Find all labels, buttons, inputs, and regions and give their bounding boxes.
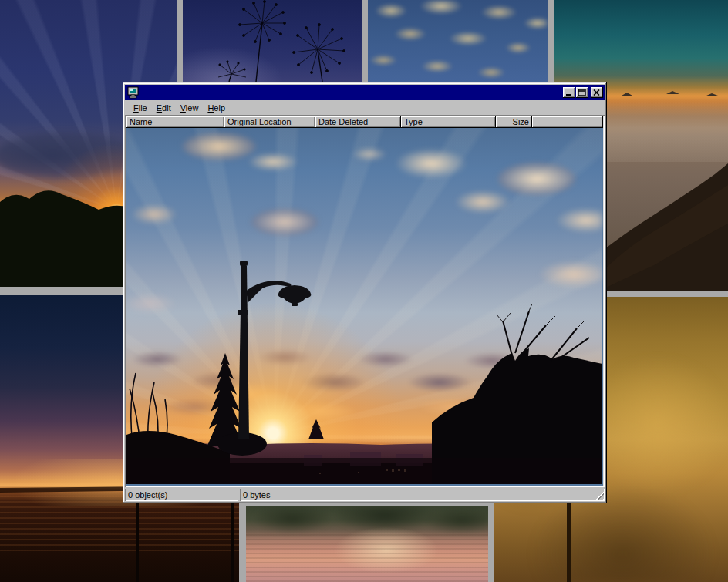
right-trees-silhouette: [432, 304, 602, 484]
foreground-silhouettes: [126, 128, 602, 484]
computer-icon: [127, 86, 140, 99]
wallpaper-photo-plant-silhouettes: [183, 0, 362, 82]
list-area[interactable]: [126, 128, 603, 486]
wallpaper-photo-cloud-sky: [368, 0, 548, 82]
status-bytes: 0 bytes: [240, 489, 605, 501]
column-header-size[interactable]: Size: [496, 116, 532, 128]
column-header-date-deleted[interactable]: Date Deleted: [315, 116, 401, 128]
column-header-type[interactable]: Type: [401, 116, 496, 128]
umbel-plant-silhouette: [183, 0, 362, 82]
menu-file[interactable]: File: [129, 102, 152, 114]
screen: { "window": { "title": "", "icon": "comp…: [0, 0, 728, 582]
recycle-bin-window: File Edit View Help Name Original Locati…: [123, 82, 607, 503]
ripples: [246, 534, 488, 582]
close-icon: [591, 87, 603, 98]
sunset-lamp-photo: [126, 128, 602, 484]
menu-view[interactable]: View: [176, 102, 204, 114]
menu-help[interactable]: Help: [203, 102, 230, 114]
column-header-original-location[interactable]: Original Location: [224, 116, 315, 128]
minimize-icon: [563, 87, 575, 98]
pole-silhouette: [567, 489, 571, 582]
list-view: Name Original Location Date Deleted Type…: [125, 115, 605, 487]
street-lamp-silhouette: [238, 261, 311, 439]
menu-bar: File Edit View Help: [125, 100, 605, 115]
column-headers: Name Original Location Date Deleted Type…: [126, 116, 603, 128]
title-bar[interactable]: [125, 85, 605, 100]
menu-edit[interactable]: Edit: [152, 102, 176, 114]
minimize-button[interactable]: [563, 87, 575, 98]
column-header-name[interactable]: Name: [126, 116, 224, 128]
cypress-tree-silhouette: [207, 353, 243, 446]
wallpaper-photo-water-reflection: [246, 506, 488, 582]
column-header-filler: [532, 116, 603, 128]
small-tree-silhouette: [308, 419, 324, 439]
status-objects: 0 object(s): [125, 489, 238, 501]
maximize-icon: [576, 87, 588, 98]
status-bar: 0 object(s) 0 bytes: [125, 489, 605, 501]
altocumulus-clouds: [368, 0, 548, 82]
close-button[interactable]: [591, 87, 603, 98]
maximize-button[interactable]: [576, 87, 588, 98]
